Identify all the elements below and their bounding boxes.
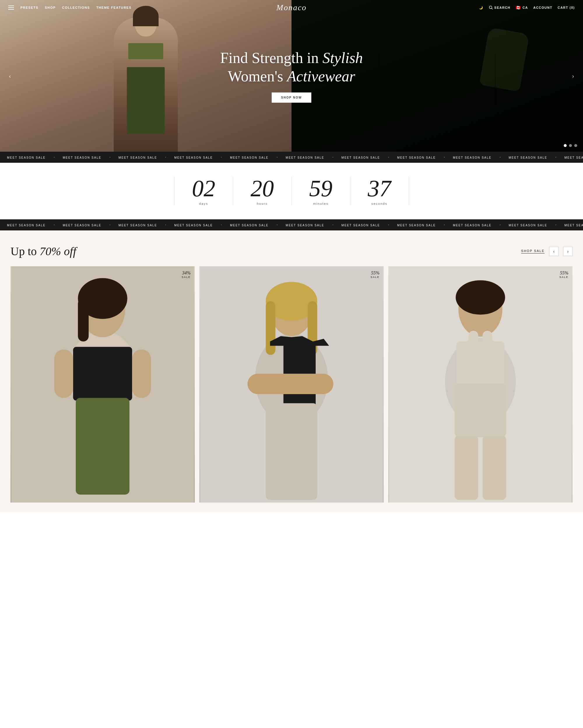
product-badge-3: 55% SALE xyxy=(559,270,568,279)
hero-prev-arrow[interactable]: ‹ xyxy=(5,71,15,81)
countdown-timer: 02 days 20 hours 59 minutes 37 seconds xyxy=(174,177,409,205)
svg-rect-7 xyxy=(73,347,132,400)
ticker-item: MEET SEASON SALE xyxy=(390,224,443,227)
svg-rect-15 xyxy=(266,301,275,355)
svg-rect-28 xyxy=(455,436,478,500)
hero-heading: Find Strength in Stylish Women's Activew… xyxy=(220,49,363,85)
sale-prev-button[interactable]: ‹ xyxy=(549,247,558,256)
product-card-3[interactable]: 55% SALE xyxy=(388,266,573,502)
sale-header-right: SHOP SALE ‹ › xyxy=(521,247,573,256)
svg-rect-6 xyxy=(78,298,89,341)
product-image-1 xyxy=(10,266,195,502)
ticker-top: MEET SEASON SALE • MEET SEASON SALE • ME… xyxy=(0,152,583,163)
hamburger-menu[interactable] xyxy=(8,5,14,10)
ticker-item: MEET SEASON SALE xyxy=(502,156,554,159)
nav-right: 🌙 SEARCH 🇨🇦 CA ACCOUNT CART (0) xyxy=(479,5,575,10)
ticker-item: MEET SEASON SALE xyxy=(279,156,331,159)
hero-cta-button[interactable]: SHOP NOW xyxy=(272,93,311,103)
countdown-minutes: 59 minutes xyxy=(292,177,351,205)
ticker-item: MEET SEASON SALE xyxy=(557,224,583,227)
nav-link-theme-features[interactable]: THEME FEATURES xyxy=(96,6,132,9)
countdown-seconds-label: seconds xyxy=(371,202,387,205)
hero-dot-1[interactable] xyxy=(564,144,567,147)
ticker-item: MEET SEASON SALE xyxy=(0,156,53,159)
sale-title-italic: 70% off xyxy=(40,245,76,258)
countdown-minutes-label: minutes xyxy=(313,202,329,205)
svg-point-0 xyxy=(489,6,492,9)
nav-left: PRESETS SHOP COLLECTIONS THEME FEATURES xyxy=(8,5,132,10)
ticker-item: MEET SEASON SALE xyxy=(223,156,275,159)
ticker-item: MEET SEASON SALE xyxy=(111,224,164,227)
svg-rect-27 xyxy=(455,383,506,437)
main-nav: PRESETS SHOP COLLECTIONS THEME FEATURES … xyxy=(0,0,583,15)
countdown-minutes-number: 59 xyxy=(309,177,333,200)
product-image-3 xyxy=(388,266,573,502)
ticker-item: MEET SEASON SALE xyxy=(279,224,331,227)
countdown-hours-number: 20 xyxy=(251,177,274,200)
badge-percent-3: 55% xyxy=(560,270,568,275)
badge-percent-2: 55% xyxy=(371,270,380,275)
countdown-days-number: 02 xyxy=(192,177,215,200)
products-grid: 34% SALE xyxy=(10,266,573,502)
svg-rect-10 xyxy=(76,398,130,494)
nav-link-presets[interactable]: PRESETS xyxy=(20,6,38,9)
search-label: SEARCH xyxy=(494,6,510,9)
hero-section: Find Strength in Stylish Women's Activew… xyxy=(0,0,583,152)
ticker-item: MEET SEASON SALE xyxy=(56,224,108,227)
ticker-bottom: MEET SEASON SALE • MEET SEASON SALE • ME… xyxy=(0,219,583,230)
ticker-item: MEET SEASON SALE xyxy=(446,224,498,227)
badge-sale-3: SALE xyxy=(559,276,568,279)
hero-dot-3[interactable] xyxy=(574,144,577,147)
badge-sale-2: SALE xyxy=(370,276,380,279)
product-image-2 xyxy=(199,266,384,502)
account-link[interactable]: ACCOUNT xyxy=(533,6,552,9)
svg-rect-29 xyxy=(482,436,506,500)
svg-rect-24 xyxy=(456,341,505,384)
countdown-section: 02 days 20 hours 59 minutes 37 seconds xyxy=(0,163,583,219)
dark-mode-toggle[interactable]: 🌙 xyxy=(479,6,483,10)
nav-link-shop[interactable]: SHOP xyxy=(45,6,56,9)
svg-rect-26 xyxy=(482,331,492,347)
svg-rect-8 xyxy=(54,349,73,398)
hero-next-arrow[interactable]: › xyxy=(568,71,578,81)
product-card-2[interactable]: 55% SALE xyxy=(199,266,384,502)
ticker-item: MEET SEASON SALE xyxy=(223,224,275,227)
ticker-item: MEET SEASON SALE xyxy=(0,224,53,227)
svg-point-23 xyxy=(485,287,503,300)
site-logo[interactable]: Monaco xyxy=(276,3,307,12)
search-button[interactable]: SEARCH xyxy=(489,5,510,10)
countdown-days: 02 days xyxy=(174,177,233,205)
countdown-hours: 20 hours xyxy=(233,177,292,205)
sale-title: Up to 70% off xyxy=(10,244,76,258)
ticker-item: MEET SEASON SALE xyxy=(56,156,108,159)
badge-percent-1: 34% xyxy=(182,270,191,275)
country-code: CA xyxy=(523,6,528,9)
sale-title-prefix: Up to xyxy=(10,245,40,258)
cart-link[interactable]: CART (0) xyxy=(558,6,575,9)
product-card-1[interactable]: 34% SALE xyxy=(10,266,195,502)
svg-rect-17 xyxy=(248,374,333,394)
ticker-item: MEET SEASON SALE xyxy=(557,156,583,159)
ticker-item: MEET SEASON SALE xyxy=(334,156,387,159)
ticker-inner-top: MEET SEASON SALE • MEET SEASON SALE • ME… xyxy=(0,156,583,159)
hero-dot-2[interactable] xyxy=(569,144,572,147)
nav-link-collections[interactable]: COLLECTIONS xyxy=(62,6,90,9)
badge-sale-1: SALE xyxy=(182,276,191,279)
sale-next-button[interactable]: › xyxy=(563,247,573,256)
country-selector[interactable]: 🇨🇦 CA xyxy=(516,5,528,10)
ticker-item: MEET SEASON SALE xyxy=(334,224,387,227)
shop-sale-link[interactable]: SHOP SALE xyxy=(521,249,545,254)
ticker-item: MEET SEASON SALE xyxy=(167,224,220,227)
ticker-item: MEET SEASON SALE xyxy=(502,224,554,227)
flag-icon: 🇨🇦 xyxy=(516,5,521,10)
countdown-seconds-number: 37 xyxy=(368,177,391,200)
ticker-item: MEET SEASON SALE xyxy=(446,156,498,159)
product-badge-2: 55% SALE xyxy=(370,270,380,279)
svg-rect-25 xyxy=(468,331,478,347)
countdown-seconds: 37 seconds xyxy=(351,177,409,205)
hero-content: Find Strength in Stylish Women's Activew… xyxy=(220,49,363,103)
sale-header: Up to 70% off SHOP SALE ‹ › xyxy=(10,244,573,258)
ticker-item: MEET SEASON SALE xyxy=(111,156,164,159)
ticker-item: MEET SEASON SALE xyxy=(390,156,443,159)
countdown-hours-label: hours xyxy=(257,202,268,205)
